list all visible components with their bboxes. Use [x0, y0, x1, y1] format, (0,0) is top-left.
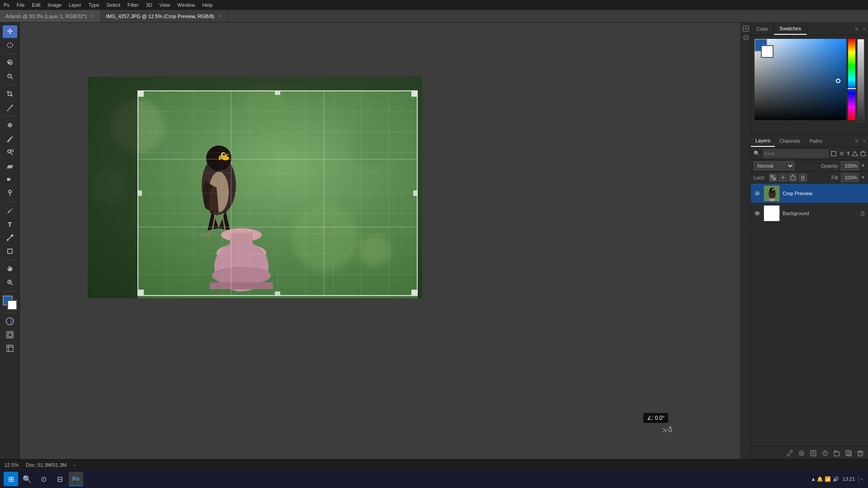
taskbar-cortana[interactable]: ⊙: [36, 472, 51, 486]
marquee-tool[interactable]: [3, 39, 17, 52]
new-layer-btn[interactable]: [844, 448, 854, 458]
3d-mode-btn[interactable]: [3, 342, 17, 355]
dodge-tool[interactable]: [3, 187, 17, 199]
hand-tool[interactable]: [3, 263, 17, 275]
menu-help[interactable]: Help: [202, 2, 212, 8]
taskbar-show-desktop[interactable]: ▫: [859, 475, 864, 483]
layer-item-background[interactable]: Background: [751, 203, 868, 223]
eraser-tool[interactable]: [3, 160, 17, 172]
brush-tool[interactable]: [3, 132, 17, 145]
bokeh-6: [359, 235, 391, 267]
text-tool[interactable]: T: [3, 218, 17, 230]
menu-ps[interactable]: Ps: [4, 2, 9, 8]
lock-all[interactable]: [799, 174, 807, 182]
add-style-btn[interactable]: [797, 448, 807, 458]
tab-swatches[interactable]: Swatches: [774, 23, 807, 35]
opacity-input[interactable]: [841, 161, 859, 170]
menu-layer[interactable]: Layer: [69, 2, 81, 8]
fill-chevron[interactable]: ▼: [861, 175, 865, 180]
zoom-tool[interactable]: [3, 276, 17, 289]
blend-mode-select[interactable]: Normal: [754, 161, 794, 170]
menu-file[interactable]: File: [17, 2, 25, 8]
screen-mode-btn[interactable]: [3, 328, 17, 341]
menu-image[interactable]: Image: [48, 2, 62, 8]
tab-layers[interactable]: Layers: [751, 135, 775, 147]
visibility-background[interactable]: [754, 210, 761, 217]
strip-icon-2[interactable]: [742, 33, 750, 42]
alpha-slider[interactable]: [857, 39, 864, 122]
layer-filter-pixel[interactable]: [830, 149, 837, 158]
layer-filter-text[interactable]: T: [847, 149, 850, 158]
layers-search-input[interactable]: [763, 149, 829, 158]
layers-tabs: Layers Channels Paths ≡ »: [751, 135, 868, 147]
tab-close-2[interactable]: ×: [217, 13, 222, 19]
menu-filter[interactable]: Filter: [127, 2, 138, 8]
taskbar-clock[interactable]: 13:21: [843, 476, 855, 482]
layer-filter-adjust[interactable]: [839, 149, 845, 158]
lock-label: Lock:: [754, 175, 765, 180]
tab-crop-preview[interactable]: IMG_4257.JPG @ 12.5% (Crop Preview, RGB/…: [101, 10, 228, 22]
color-swatches: [3, 296, 17, 310]
menu-3d[interactable]: 3D: [146, 2, 152, 8]
panel-arrow-right[interactable]: »: [861, 23, 868, 35]
fill-input[interactable]: [841, 173, 859, 182]
search-icon: 🔍: [754, 150, 760, 156]
bg-color-box[interactable]: [761, 45, 774, 58]
taskbar-right: ▲ 🔔 📶 🔊 13:21 ▫: [811, 475, 865, 483]
spot-heal-tool[interactable]: [3, 119, 17, 131]
shape-tool[interactable]: [3, 245, 17, 258]
add-adjustment-btn[interactable]: [820, 448, 830, 458]
layers-arrow[interactable]: »: [861, 135, 868, 147]
background-color[interactable]: [7, 300, 17, 310]
menu-view[interactable]: View: [160, 2, 170, 8]
move-tool[interactable]: [3, 25, 17, 38]
path-select-tool[interactable]: [3, 231, 17, 244]
angle-value: ∠: 0.0°: [647, 415, 665, 421]
eyedropper-tool[interactable]: [3, 101, 17, 114]
quick-select-tool[interactable]: [3, 70, 17, 83]
lock-checkerboard[interactable]: [769, 174, 777, 182]
lock-move[interactable]: [779, 174, 787, 182]
menu-type[interactable]: Type: [89, 2, 99, 8]
menu-edit[interactable]: Edit: [32, 2, 41, 8]
visibility-crop-preview[interactable]: [754, 190, 761, 197]
layer-item-crop-preview[interactable]: Crop Preview: [751, 183, 868, 203]
tab-color[interactable]: Color: [751, 23, 774, 35]
menu-window[interactable]: Window: [177, 2, 195, 8]
layers-panel-collapse[interactable]: ≡: [852, 135, 861, 147]
canvas-area[interactable]: ∠: 0.0°: [20, 23, 741, 459]
pen-tool[interactable]: [3, 204, 17, 217]
strip-icon-1[interactable]: [742, 24, 750, 33]
layer-filter-shape[interactable]: [852, 149, 858, 158]
lasso-tool[interactable]: [3, 56, 17, 69]
tab-close-1[interactable]: ×: [90, 13, 95, 19]
tab-paths[interactable]: Paths: [805, 135, 827, 147]
tab-channels[interactable]: Channels: [775, 135, 805, 147]
layer-filter-smart[interactable]: [860, 149, 866, 158]
delete-layer-btn[interactable]: [855, 448, 865, 458]
svg-point-90: [812, 452, 815, 455]
menu-select[interactable]: Select: [107, 2, 121, 8]
crop-tool[interactable]: [3, 88, 17, 100]
panel-collapse-btn[interactable]: ≡: [852, 23, 861, 35]
start-button[interactable]: ⊞: [4, 472, 18, 486]
pedestal-image: [196, 226, 287, 298]
link-layers-btn[interactable]: [785, 448, 795, 458]
layers-panel: 🔍 T: [751, 147, 868, 459]
add-mask-btn[interactable]: [808, 448, 818, 458]
gradient-tool[interactable]: [3, 173, 17, 186]
tab-layer1[interactable]: Adarsh @ 33.3% (Layer 1, RGB/32*) ×: [0, 10, 101, 22]
lock-artboard[interactable]: [789, 174, 797, 182]
link-icon[interactable]: [663, 424, 673, 436]
layers-bottom-bar: [751, 446, 868, 459]
new-group-btn[interactable]: [832, 448, 842, 458]
clone-tool[interactable]: [3, 146, 17, 159]
status-arrow[interactable]: ›: [74, 462, 75, 468]
opacity-chevron[interactable]: ▼: [861, 163, 865, 168]
taskbar-search[interactable]: 🔍: [20, 472, 34, 486]
quick-mask-btn[interactable]: [3, 315, 17, 328]
taskbar-taskview[interactable]: ⊟: [52, 472, 67, 486]
svg-point-78: [756, 192, 758, 194]
taskbar-photoshop[interactable]: Ps: [69, 472, 83, 486]
hue-slider[interactable]: [848, 39, 855, 120]
